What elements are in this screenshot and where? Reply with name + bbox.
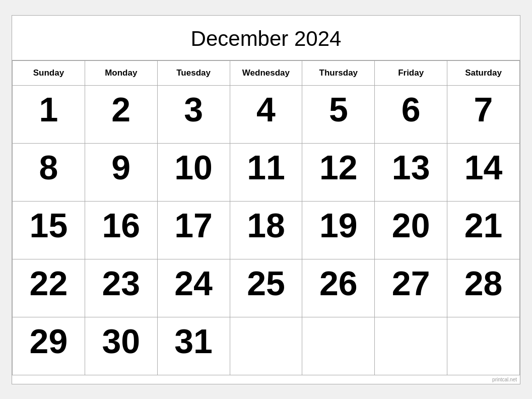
day-cell-17: 17 [157, 201, 230, 259]
day-cell-4: 4 [230, 85, 302, 143]
calendar-container: December 2024 Sunday Monday Tuesday Wedn… [12, 15, 520, 384]
week-row-2: 891011121314 [13, 143, 520, 201]
day-cell-12: 12 [302, 143, 375, 201]
day-cell-31: 31 [157, 317, 230, 375]
calendar-title: December 2024 [12, 16, 520, 60]
empty-cell-4-5 [375, 317, 447, 375]
day-cell-13: 13 [375, 143, 447, 201]
day-cell-30: 30 [85, 317, 157, 375]
day-cell-2: 2 [85, 85, 157, 143]
days-of-week-row: Sunday Monday Tuesday Wednesday Thursday… [13, 60, 520, 85]
day-cell-11: 11 [230, 143, 302, 201]
day-header-tuesday: Tuesday [157, 60, 230, 85]
day-header-sunday: Sunday [13, 60, 85, 85]
empty-cell-4-6 [447, 317, 520, 375]
day-cell-21: 21 [447, 201, 520, 259]
day-header-friday: Friday [375, 60, 447, 85]
calendar-grid: Sunday Monday Tuesday Wednesday Thursday… [12, 60, 520, 375]
day-cell-19: 19 [302, 201, 375, 259]
day-cell-6: 6 [375, 85, 447, 143]
day-header-wednesday: Wednesday [230, 60, 302, 85]
day-header-saturday: Saturday [447, 60, 520, 85]
watermark: printcal.net [12, 375, 520, 384]
day-cell-22: 22 [13, 259, 85, 317]
day-cell-5: 5 [302, 85, 375, 143]
day-cell-28: 28 [447, 259, 520, 317]
day-cell-20: 20 [375, 201, 447, 259]
day-cell-14: 14 [447, 143, 520, 201]
day-cell-29: 29 [13, 317, 85, 375]
week-row-3: 15161718192021 [13, 201, 520, 259]
day-cell-10: 10 [157, 143, 230, 201]
day-cell-24: 24 [157, 259, 230, 317]
empty-cell-4-4 [302, 317, 375, 375]
day-header-monday: Monday [85, 60, 157, 85]
day-cell-7: 7 [447, 85, 520, 143]
day-cell-16: 16 [85, 201, 157, 259]
day-cell-27: 27 [375, 259, 447, 317]
day-cell-1: 1 [13, 85, 85, 143]
day-cell-23: 23 [85, 259, 157, 317]
day-cell-8: 8 [13, 143, 85, 201]
day-cell-18: 18 [230, 201, 302, 259]
day-cell-15: 15 [13, 201, 85, 259]
day-cell-3: 3 [157, 85, 230, 143]
day-header-thursday: Thursday [302, 60, 375, 85]
week-row-1: 1234567 [13, 85, 520, 143]
day-cell-25: 25 [230, 259, 302, 317]
week-row-5: 293031 [13, 317, 520, 375]
day-cell-9: 9 [85, 143, 157, 201]
week-row-4: 22232425262728 [13, 259, 520, 317]
empty-cell-4-3 [230, 317, 302, 375]
day-cell-26: 26 [302, 259, 375, 317]
